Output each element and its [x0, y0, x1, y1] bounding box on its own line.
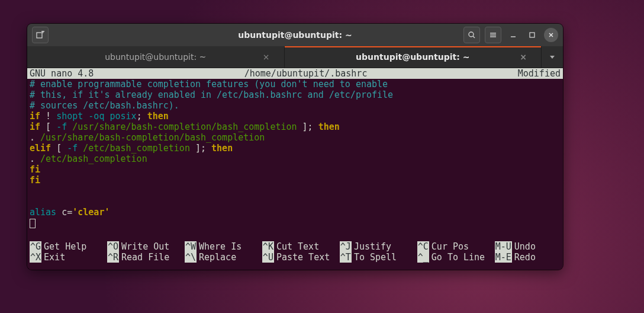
svg-marker-12: [550, 56, 555, 59]
shortcut-key: ^X: [30, 252, 41, 263]
code-line: . /usr/share/bash-completion/bash_comple…: [30, 132, 561, 143]
shortcut-label: Read File: [121, 252, 169, 263]
tab-bar: ubuntupit@ubuntupit: ~ × ubuntupit@ubunt…: [27, 46, 563, 68]
terminal-window: ubuntupit@ubuntupit: ~ ubuntupit@ubuntup…: [27, 24, 563, 270]
maximize-button[interactable]: [525, 28, 539, 42]
shortcut-label: Paste Text: [276, 252, 330, 263]
code-line: elif [ -f /etc/bash_completion ]; then: [30, 143, 561, 154]
svg-rect-0: [37, 33, 42, 38]
nano-shortcut-row: ^XExit ^RRead File ^\Replace ^UPaste Tex…: [27, 252, 563, 263]
window-title: ubuntupit@ubuntupit: ~: [238, 30, 352, 40]
code-line: if [ -f /usr/share/bash-completion/bash_…: [30, 122, 561, 132]
nano-app-name: GNU nano 4.8: [30, 68, 94, 79]
shortcut-label: Go To Line: [432, 252, 485, 263]
code-line: fi: [30, 175, 561, 186]
tab-active[interactable]: ubuntupit@ubuntupit: ~ ×: [285, 46, 542, 68]
shortcut-key: ^G: [30, 241, 41, 252]
svg-rect-9: [530, 33, 534, 37]
svg-point-3: [469, 32, 474, 37]
shortcut-label: To Spell: [354, 252, 397, 263]
shortcut-key: ^W: [185, 241, 197, 252]
code-line: # sources /etc/bash.bashrc).: [30, 100, 179, 111]
shortcut-key: M-U: [495, 241, 512, 252]
nano-file-path: /home/ubuntupit/.bashrc: [94, 68, 517, 79]
editor-body: # enable programmable completion feature…: [27, 79, 563, 241]
code-line: # enable programmable completion feature…: [30, 79, 388, 90]
shortcut-key: M-E: [495, 252, 512, 263]
new-tab-button[interactable]: [32, 27, 49, 43]
shortcut-label: Get Help: [44, 241, 86, 252]
shortcut-key: ^J: [340, 241, 352, 252]
shortcut-label: Redo: [514, 252, 536, 263]
shortcut-label: Write Out: [121, 241, 169, 252]
nano-shortcut-row: ^GGet Help ^OWrite Out ^WWhere Is ^KCut …: [27, 241, 563, 252]
shortcut-key: ^K: [262, 241, 274, 252]
search-button[interactable]: [463, 27, 480, 43]
shortcut-label: Justify: [354, 241, 391, 252]
nano-status-bar: GNU nano 4.8 /home/ubuntupit/.bashrc Mod…: [27, 68, 563, 79]
shortcut-key: ^R: [107, 252, 119, 263]
shortcut-key: ^U: [262, 252, 274, 263]
shortcut-label: Where Is: [199, 241, 242, 252]
menu-button[interactable]: [485, 27, 501, 43]
shortcut-key: ^T: [340, 252, 352, 263]
shortcut-key: ^C: [417, 241, 429, 252]
shortcut-label: Replace: [199, 252, 236, 263]
tab-menu-button[interactable]: [542, 46, 563, 68]
code-line: if ! shopt -oq posix; then: [30, 111, 561, 122]
shortcut-label: Cur Pos: [432, 241, 469, 252]
code-line: alias c='clear': [30, 207, 561, 218]
tab-close-icon[interactable]: ×: [263, 52, 270, 62]
code-line: . /etc/bash_completion: [30, 154, 561, 164]
minimize-button[interactable]: [506, 28, 520, 42]
shortcut-label: Undo: [514, 241, 536, 252]
close-button[interactable]: [544, 28, 558, 42]
tab-label: ubuntupit@ubuntupit: ~: [356, 52, 469, 62]
titlebar: ubuntupit@ubuntupit: ~: [27, 24, 563, 46]
tab-label: ubuntupit@ubuntupit: ~: [105, 52, 206, 62]
tab-inactive[interactable]: ubuntupit@ubuntupit: ~ ×: [27, 46, 285, 68]
code-line: fi: [30, 164, 561, 175]
shortcut-label: Cut Text: [276, 241, 319, 252]
text-cursor: [30, 219, 36, 228]
shortcut-key: ^O: [107, 241, 119, 252]
shortcut-key: ^\: [185, 252, 197, 263]
code-line: # this, if it's already enabled in /etc/…: [30, 90, 393, 100]
svg-line-4: [473, 36, 475, 38]
nano-modified-flag: Modified: [518, 68, 561, 79]
terminal-content[interactable]: GNU nano 4.8 /home/ubuntupit/.bashrc Mod…: [27, 68, 563, 270]
tab-close-icon[interactable]: ×: [520, 52, 527, 62]
shortcut-label: Exit: [44, 252, 65, 263]
shortcut-key: ^_: [417, 252, 429, 263]
